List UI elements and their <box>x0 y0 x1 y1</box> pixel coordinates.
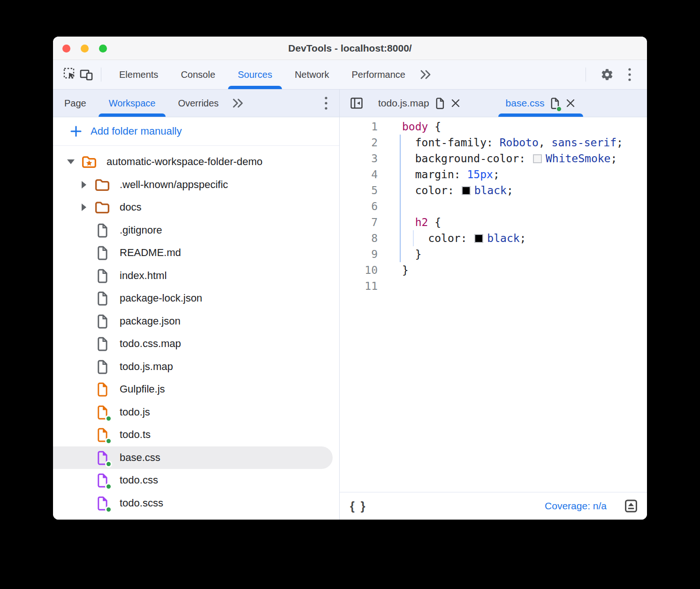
file-type-icon <box>94 268 110 283</box>
toolbar-tab[interactable]: Sources <box>227 60 283 89</box>
navigator-menu-kebab-icon[interactable] <box>313 96 339 111</box>
code-line: background-color: WhiteSmoke; <box>402 151 623 166</box>
tree-item[interactable]: docs <box>53 196 339 219</box>
unsaved-changes-dot <box>105 483 112 490</box>
toolbar-tab-label: Performance <box>352 69 406 80</box>
code-line <box>402 278 623 294</box>
tree-item[interactable]: todo.css <box>53 469 339 492</box>
window-title-bar: DevTools - localhost:8000/ <box>53 37 647 60</box>
devtools-toolbar: Elements Console Sources Network Perform… <box>53 60 647 90</box>
minimize-window-button[interactable] <box>81 45 89 53</box>
code-token: body <box>402 121 428 133</box>
line-number[interactable]: 11 <box>340 278 378 294</box>
hide-navigator-icon[interactable] <box>350 97 363 110</box>
sidebar-tab[interactable]: Page <box>53 90 98 117</box>
add-folder-label: Add folder manually <box>91 125 182 137</box>
line-number[interactable]: 10 <box>340 262 378 278</box>
expander-icon[interactable] <box>79 181 89 189</box>
code-token: , <box>539 136 552 149</box>
plus-icon <box>70 125 82 137</box>
code-token: ; <box>616 136 623 149</box>
main-menu-kebab-icon[interactable] <box>622 67 638 83</box>
more-panels-icon[interactable] <box>418 69 433 80</box>
tree-item[interactable]: index.html <box>53 264 339 287</box>
line-number-gutter[interactable]: 1234567891011 <box>340 117 379 492</box>
toolbar-tab[interactable]: Network <box>283 60 340 89</box>
code-token: color <box>428 232 460 244</box>
line-number[interactable]: 6 <box>340 198 378 214</box>
code-editor[interactable]: 1234567891011 body { font-family: Roboto… <box>340 117 647 492</box>
code-content[interactable]: body { font-family: Roboto, sans-serif; … <box>402 117 623 492</box>
traffic-lights <box>62 45 107 53</box>
line-number[interactable]: 7 <box>340 214 378 230</box>
code-line: color: black; <box>402 230 623 246</box>
add-folder-button[interactable]: Add folder manually <box>53 117 339 146</box>
tree-item[interactable]: todo.css.map <box>53 332 339 355</box>
settings-gear-icon[interactable] <box>599 67 615 83</box>
line-number[interactable]: 4 <box>340 166 378 182</box>
file-type-icon <box>94 496 110 511</box>
toolbar-tab[interactable]: Performance <box>341 60 417 89</box>
line-number[interactable]: 5 <box>340 182 378 198</box>
tree-item[interactable]: todo.js.map <box>53 355 339 378</box>
file-type-icon <box>94 473 110 488</box>
toggle-device-toolbar-icon[interactable] <box>78 67 94 83</box>
code-token: { <box>428 216 441 228</box>
tree-item[interactable]: package-lock.json <box>53 287 339 310</box>
tree-item[interactable]: todo.js <box>53 401 339 424</box>
inspect-element-icon[interactable] <box>62 67 78 83</box>
toolbar-tab-label: Sources <box>238 69 272 80</box>
open-file-drawer-icon[interactable] <box>624 498 639 513</box>
tree-item[interactable]: base.css <box>53 446 333 469</box>
zoom-window-button[interactable] <box>99 45 107 53</box>
tree-item[interactable]: README.md <box>53 242 339 264</box>
expander-icon[interactable] <box>79 204 89 211</box>
editor-tab[interactable]: base.css <box>498 90 584 117</box>
close-icon[interactable] <box>565 98 576 108</box>
code-line: } <box>402 246 623 262</box>
toolbar-tab[interactable]: Elements <box>108 60 169 89</box>
tree-item-label: package-lock.json <box>120 292 202 304</box>
tree-item[interactable]: .gitignore <box>53 219 339 242</box>
toolbar-tab-label: Network <box>295 69 329 80</box>
code-line: font-family: Roboto, sans-serif; <box>402 135 623 151</box>
code-token: ; <box>520 232 526 244</box>
code-token: ; <box>610 152 617 165</box>
tree-item[interactable]: todo.scss <box>53 492 339 515</box>
line-number[interactable]: 9 <box>340 246 378 262</box>
editor-tab[interactable]: todo.js.map <box>371 90 468 117</box>
tree-item[interactable]: package.json <box>53 310 339 333</box>
code-token: } <box>415 248 422 260</box>
expander-icon[interactable] <box>66 159 76 164</box>
tree-item[interactable]: automatic-workspace-folder-demo <box>53 151 339 174</box>
tree-item[interactable]: Gulpfile.js <box>53 378 339 401</box>
color-swatch[interactable] <box>462 186 471 195</box>
toolbar-tab-label: Elements <box>119 69 158 80</box>
close-window-button[interactable] <box>62 45 70 53</box>
tree-item[interactable]: .well-known/appspecific <box>53 174 339 196</box>
line-number[interactable]: 3 <box>340 151 378 166</box>
more-navigator-tabs-icon[interactable] <box>231 98 245 109</box>
sidebar-tab[interactable]: Overrides <box>167 90 230 117</box>
indent-guide <box>400 135 401 262</box>
window-title: DevTools - localhost:8000/ <box>288 43 411 54</box>
color-swatch[interactable] <box>533 154 542 163</box>
line-number[interactable]: 1 <box>340 119 378 135</box>
screen-background: DevTools - localhost:8000/ Elements Cons… <box>0 0 700 589</box>
line-number[interactable]: 8 <box>340 230 378 246</box>
line-number[interactable]: 2 <box>340 135 378 151</box>
pretty-print-button[interactable]: { } <box>350 499 366 513</box>
toolbar-tab[interactable]: Console <box>169 60 226 89</box>
code-token: background-color <box>415 152 519 165</box>
tree-item[interactable]: todo.ts <box>53 423 339 446</box>
color-swatch[interactable] <box>474 234 483 243</box>
code-token: font-family <box>415 136 487 149</box>
code-token: } <box>402 264 409 276</box>
sidebar-tab-label: Workspace <box>109 98 156 109</box>
editor-tab-label: base.css <box>506 98 545 109</box>
close-icon[interactable] <box>450 98 461 108</box>
coverage-link[interactable]: Coverage: n/a <box>545 500 607 512</box>
editor-panel: todo.js.map base.css 1234567891011 body … <box>340 90 647 520</box>
code-token: WhiteSmoke <box>546 152 610 165</box>
sidebar-tab[interactable]: Workspace <box>98 90 167 117</box>
